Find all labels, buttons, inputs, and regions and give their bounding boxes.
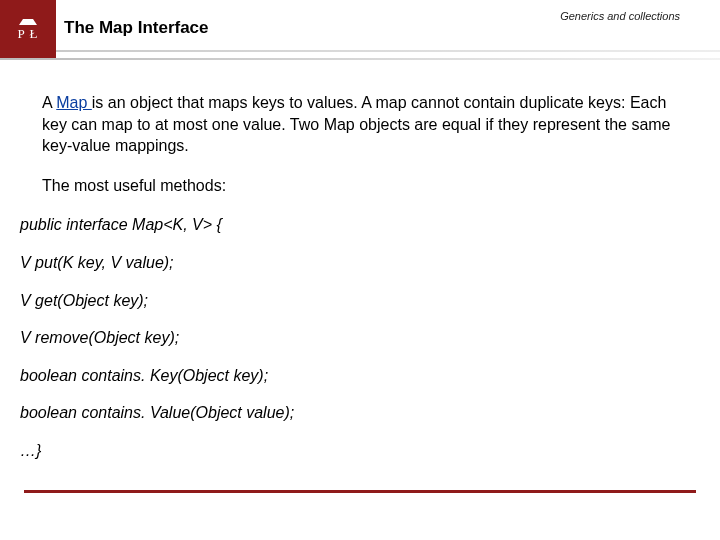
paragraph-1: A Map is an object that maps keys to val… (42, 92, 692, 157)
slide-title: The Map Interface (64, 18, 720, 44)
footer-rule (24, 490, 696, 493)
map-link[interactable]: Map (56, 94, 92, 111)
method-containskey: boolean contains. Key(Object key); (20, 365, 692, 387)
title-rule (56, 50, 720, 52)
university-logo: P Ł (0, 0, 56, 58)
logo-letters: P Ł (18, 27, 39, 41)
boat-icon (19, 17, 37, 25)
method-remove: V remove(Object key); (20, 327, 692, 349)
method-get: V get(Object key); (20, 290, 692, 312)
code-inline: Map (324, 116, 355, 133)
slide: P Ł Generics and collections The Map Int… (0, 0, 720, 540)
interface-end: …} (20, 440, 692, 462)
title-area: The Map Interface (64, 18, 720, 62)
method-containsvalue: boolean contains. Value(Object value); (20, 402, 692, 424)
header-rule (0, 58, 720, 60)
slide-body: A Map is an object that maps keys to val… (20, 92, 692, 478)
interface-signature: public interface Map<K, V> { (20, 214, 692, 236)
paragraph-2: The most useful methods: (42, 175, 692, 197)
method-put: V put(K key, V value); (20, 252, 692, 274)
text: A (42, 94, 56, 111)
